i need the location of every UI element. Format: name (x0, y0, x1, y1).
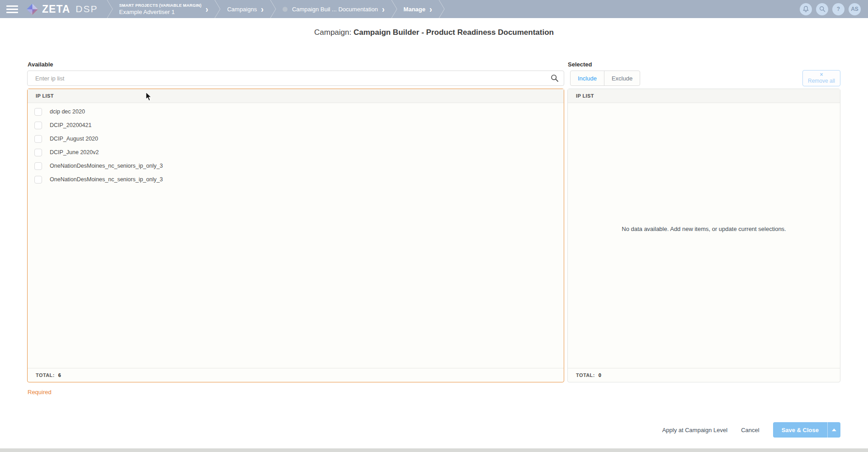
available-ip-list-panel: IP LIST dcip dec 2020 DCIP_20200421 DCIP… (27, 89, 564, 382)
available-column-header: IP LIST (28, 89, 564, 103)
cancel-button[interactable]: Cancel (741, 427, 759, 433)
search-button[interactable] (816, 3, 828, 15)
selected-total-label: TOTAL: (576, 372, 595, 378)
notifications-button[interactable] (800, 3, 812, 15)
ip-list-checkbox[interactable] (34, 176, 42, 184)
breadcrumb-campaign[interactable]: Campaign Buil ... Documentation › (277, 0, 391, 18)
ip-list-name: OneNationDesMoines_nc_seniors_ip_only_3 (50, 163, 163, 169)
ip-list-checkbox[interactable] (34, 108, 42, 116)
available-total-label: TOTAL: (36, 372, 55, 378)
remove-all-button[interactable]: × Remove all (802, 70, 840, 86)
ip-list-row[interactable]: OneNationDesMoines_nc_seniors_ip_only_3 (28, 173, 564, 186)
selected-total-value: 0 (599, 372, 602, 378)
breadcrumb-manage-label: Manage (404, 6, 425, 13)
search-input[interactable] (27, 71, 564, 86)
search-icon[interactable] (551, 74, 559, 82)
ip-list-name: OneNationDesMoines_nc_seniors_ip_only_3 (50, 176, 163, 183)
ip-list-row[interactable]: OneNationDesMoines_nc_seniors_ip_only_3 (28, 159, 564, 173)
available-section-label: Available (28, 61, 53, 68)
selected-total-bar: TOTAL: 0 (568, 368, 840, 382)
include-exclude-toggle: Include Exclude (570, 71, 640, 86)
question-mark-icon: ? (837, 6, 840, 12)
zeta-dsp-logo[interactable]: ZETA DSP (26, 3, 98, 15)
exclude-tab[interactable]: Exclude (604, 71, 640, 85)
logo-text-zeta: ZETA (42, 3, 70, 15)
ip-list-name: dcip dec 2020 (50, 108, 85, 115)
breadcrumb-manage[interactable]: Manage › (398, 0, 438, 18)
ip-list-row[interactable]: dcip dec 2020 (28, 105, 564, 118)
chevron-right-icon: › (382, 5, 385, 14)
remove-all-label: Remove all (808, 78, 835, 85)
save-options-dropdown-button[interactable] (827, 422, 840, 438)
close-icon: × (820, 72, 823, 78)
ip-list-row[interactable]: DCIP_June 2020v2 (28, 146, 564, 159)
breadcrumb-advertiser-label: Example Advertiser 1 (119, 9, 202, 15)
breadcrumb-divider (391, 0, 398, 18)
ip-list-row[interactable]: DCIP_August 2020 (28, 132, 564, 146)
available-total-value: 6 (58, 372, 61, 378)
save-split-button: Save & Close (773, 422, 840, 438)
bell-icon (803, 6, 809, 12)
selected-section-label: Selected (568, 61, 592, 68)
zeta-diamond-icon (26, 3, 38, 15)
chevron-right-icon: › (206, 5, 208, 14)
ip-list-row[interactable]: DCIP_20200421 (28, 118, 564, 132)
breadcrumb-campaigns-label: Campaigns (227, 6, 257, 13)
chevron-right-icon: › (429, 5, 432, 14)
search-icon (819, 6, 826, 12)
breadcrumb-campaigns[interactable]: Campaigns › (221, 0, 269, 18)
caret-up-icon (832, 428, 836, 431)
navbar-actions: ? AS (800, 3, 861, 15)
page-title-name: Campaign Builder - Product Readiness Doc… (354, 28, 554, 37)
avatar[interactable]: AS (849, 3, 861, 15)
breadcrumb-divider (214, 0, 221, 18)
ip-list-checkbox[interactable] (34, 122, 42, 129)
page-title: Campaign: Campaign Builder - Product Rea… (0, 28, 868, 37)
ip-list-checkbox[interactable] (34, 135, 42, 143)
page-bottom-strip (0, 448, 868, 452)
include-tab[interactable]: Include (571, 71, 604, 85)
breadcrumb-divider (106, 0, 113, 18)
ip-list-checkbox[interactable] (34, 162, 42, 170)
breadcrumb: SMART PROJECTS (VARIABLE MARGIN) Example… (106, 0, 445, 18)
ip-list-name: DCIP_June 2020v2 (50, 149, 99, 155)
required-warning: Required (28, 389, 52, 396)
save-and-close-button[interactable]: Save & Close (773, 422, 827, 438)
breadcrumb-divider (269, 0, 277, 18)
help-button[interactable]: ? (832, 3, 844, 15)
available-total-bar: TOTAL: 6 (28, 368, 564, 382)
breadcrumb-campaign-label: Campaign Buil ... Documentation (292, 6, 378, 13)
empty-state-message: No data available. Add new items, or upd… (622, 226, 786, 232)
ip-list-name: DCIP_20200421 (50, 122, 91, 128)
campaign-status-dot-icon (283, 7, 288, 12)
hamburger-menu-icon[interactable] (6, 4, 18, 15)
breadcrumb-divider (438, 0, 445, 18)
ip-list-checkbox[interactable] (34, 149, 42, 156)
ip-list-search (27, 71, 564, 86)
ip-list-name: DCIP_August 2020 (50, 136, 98, 142)
chevron-right-icon: › (261, 5, 264, 14)
avatar-initials: AS (851, 6, 859, 12)
footer-actions: Apply at Campaign Level Cancel Save & Cl… (662, 422, 840, 438)
logo-text-dsp: DSP (75, 4, 98, 14)
page-title-prefix: Campaign: (314, 28, 351, 37)
selected-ip-list-panel: IP LIST No data available. Add new items… (567, 89, 840, 382)
selected-empty-state: No data available. Add new items, or upd… (568, 103, 840, 368)
selected-column-header: IP LIST (568, 89, 840, 103)
available-ip-list: dcip dec 2020 DCIP_20200421 DCIP_August … (28, 103, 564, 368)
apply-at-campaign-level-button[interactable]: Apply at Campaign Level (662, 427, 728, 433)
top-navbar: ZETA DSP SMART PROJECTS (VARIABLE MARGIN… (0, 0, 868, 18)
breadcrumb-advertiser[interactable]: SMART PROJECTS (VARIABLE MARGIN) Example… (113, 0, 214, 18)
breadcrumb-project-eyebrow: SMART PROJECTS (VARIABLE MARGIN) (119, 3, 202, 8)
